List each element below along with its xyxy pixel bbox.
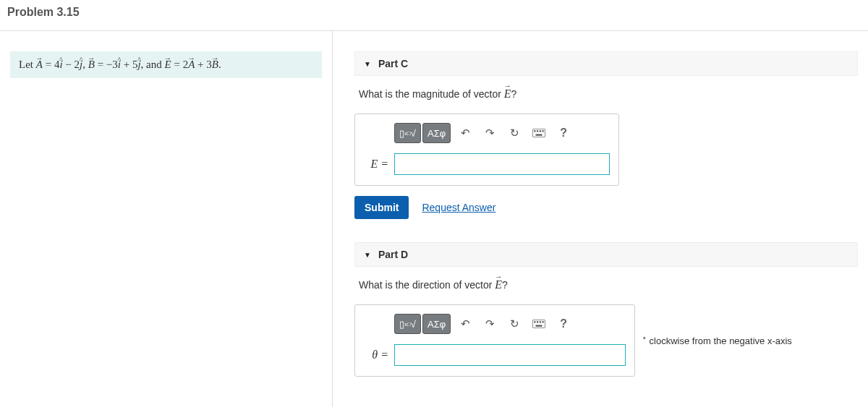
templates-button[interactable]: ▯x□√ [394, 314, 421, 334]
part-d-lhs: θ = [364, 348, 388, 361]
keyboard-button[interactable] [529, 314, 549, 334]
part-c: ▼ Part C What is the magnitude of vector… [354, 51, 858, 219]
svg-rect-1 [534, 130, 535, 132]
svg-rect-9 [540, 321, 541, 322]
keyboard-icon [532, 320, 545, 328]
svg-rect-6 [533, 320, 545, 328]
greek-button[interactable]: ΑΣφ [422, 314, 451, 334]
problem-title: Problem 3.15 [0, 0, 868, 25]
help-button[interactable]: ? [553, 314, 574, 334]
part-c-lhs: E = [364, 158, 388, 171]
request-answer-link-c[interactable]: Request Answer [422, 202, 495, 213]
part-d-unit: ∘ clockwise from the negative x-axis [642, 335, 792, 346]
undo-button[interactable]: ↶ [455, 314, 475, 334]
svg-rect-7 [534, 321, 535, 322]
svg-rect-5 [536, 134, 542, 136]
toolbar-c: ▯x□√ ΑΣφ ↶ ↷ ↻ ? [394, 123, 610, 143]
part-c-title: Part C [378, 58, 408, 69]
undo-button[interactable]: ↶ [455, 123, 475, 143]
greek-button[interactable]: ΑΣφ [422, 123, 451, 143]
part-c-input[interactable] [394, 153, 610, 175]
keyboard-icon [532, 129, 545, 137]
svg-rect-10 [542, 321, 544, 322]
chevron-down-icon: ▼ [364, 251, 371, 259]
redo-button[interactable]: ↷ [480, 314, 500, 334]
submit-button-c[interactable]: Submit [354, 196, 409, 219]
svg-rect-0 [533, 129, 545, 137]
part-d-question: What is the direction of vector →E? [354, 278, 858, 304]
reset-button[interactable]: ↻ [504, 314, 524, 334]
template-icon: ▯ [399, 319, 404, 330]
part-d-answer-box: ▯x□√ ΑΣφ ↶ ↷ ↻ ? θ = [354, 304, 635, 377]
part-c-question: What is the magnitude of vector →E? [354, 87, 858, 114]
svg-rect-4 [542, 130, 544, 132]
root-icon: √ [411, 319, 416, 330]
svg-rect-2 [537, 130, 538, 132]
left-column: Let →A = 4^i − 2^j, →B = −3^i + 5^j, and… [0, 31, 333, 407]
toolbar-d: ▯x□√ ΑΣφ ↶ ↷ ↻ ? [394, 314, 626, 334]
part-d-header[interactable]: ▼ Part D [354, 242, 858, 267]
right-column: ▼ Part C What is the magnitude of vector… [333, 31, 868, 407]
help-button[interactable]: ? [553, 123, 574, 143]
part-d-input[interactable] [394, 344, 626, 366]
template-icon: ▯ [399, 128, 404, 139]
keyboard-button[interactable] [529, 123, 549, 143]
svg-rect-8 [537, 321, 538, 322]
reset-button[interactable]: ↻ [504, 123, 524, 143]
templates-button[interactable]: ▯x□√ [394, 123, 421, 143]
part-d-title: Part D [378, 249, 408, 260]
part-c-header[interactable]: ▼ Part C [354, 51, 858, 76]
problem-statement: Let →A = 4^i − 2^j, →B = −3^i + 5^j, and… [10, 51, 322, 78]
part-d: ▼ Part D What is the direction of vector… [354, 242, 858, 377]
redo-button[interactable]: ↷ [480, 123, 500, 143]
part-c-answer-box: ▯x□√ ΑΣφ ↶ ↷ ↻ ? E = [354, 114, 619, 186]
svg-rect-11 [536, 325, 542, 327]
root-icon: √ [411, 128, 416, 139]
chevron-down-icon: ▼ [364, 60, 371, 68]
svg-rect-3 [540, 130, 541, 132]
